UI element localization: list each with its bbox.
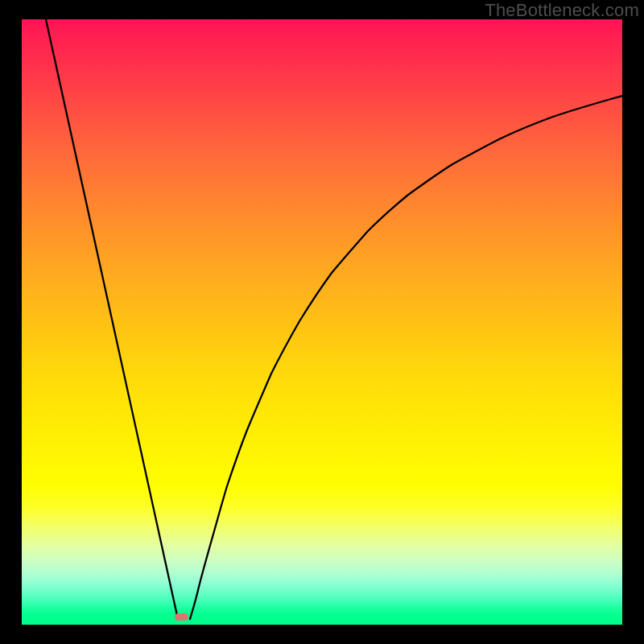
chart-frame — [22, 19, 622, 625]
curve-left-branch — [46, 19, 178, 619]
plot-area — [22, 19, 622, 625]
min-marker — [175, 613, 188, 621]
curve-right-branch — [190, 96, 622, 619]
curve-svg — [22, 19, 622, 625]
watermark-text: TheBottleneck.com — [485, 0, 639, 21]
